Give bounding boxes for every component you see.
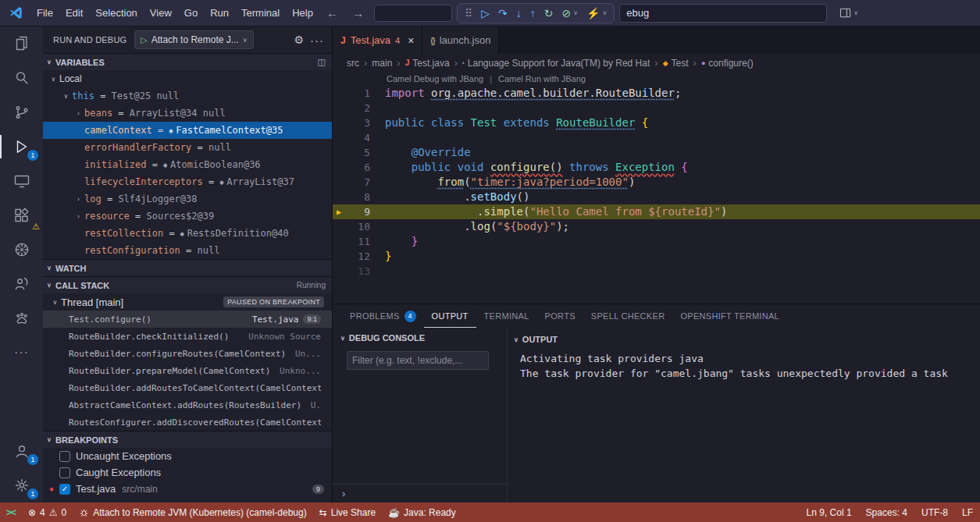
variable-row[interactable]: ∨this = Test@25 null <box>43 87 332 105</box>
step-out-button[interactable]: ↑ <box>530 8 536 19</box>
lazy-eval-icon[interactable]: ◉ <box>219 179 223 186</box>
output-header[interactable]: ∨ OUTPUT <box>508 329 980 350</box>
stack-frame-row[interactable]: Test.configure()Test.java9:1 <box>43 311 332 328</box>
variable-row[interactable]: ›beans = ArrayList@34 null <box>43 105 332 122</box>
code-line[interactable]: 4 <box>333 130 980 145</box>
stack-frame-row[interactable]: RouteBuilder.checkInitialized()Unknown S… <box>43 328 332 345</box>
breakpoint-checkbox[interactable] <box>59 451 70 462</box>
variable-row[interactable]: ∨Local <box>43 70 332 87</box>
breadcrumb-item[interactable]: ●configure() <box>701 58 754 69</box>
activity-run-debug[interactable]: 1 <box>0 130 43 164</box>
activity-search[interactable] <box>0 61 43 95</box>
line-number[interactable]: 10 <box>345 219 370 234</box>
breadcrumb-item[interactable]: src <box>347 58 359 69</box>
close-tab-icon[interactable]: × <box>408 34 414 47</box>
panel-tab-problems[interactable]: PROBLEMS4 <box>342 304 424 328</box>
thread-row[interactable]: ∨ Thread [main] PAUSED ON BREAKPOINT <box>43 293 332 311</box>
variable-row[interactable]: restConfiguration = null <box>43 242 332 259</box>
code-line[interactable]: 5 @Override <box>333 145 980 160</box>
panel-tab-output[interactable]: OUTPUT <box>424 304 476 328</box>
problems-status[interactable]: ⊗ 4 ⚠ 0 <box>22 502 73 522</box>
lazy-eval-icon[interactable]: ◉ <box>180 230 184 237</box>
step-into-button[interactable]: ↓ <box>516 8 522 19</box>
activity-extensions[interactable]: ⚠ <box>0 198 43 233</box>
line-number[interactable]: 6 <box>345 160 370 175</box>
restart-button[interactable]: ↻ <box>544 8 554 19</box>
forward-button[interactable]: → <box>345 6 371 20</box>
eol[interactable]: LF <box>955 502 980 522</box>
codelens-camel-debug-link[interactable]: Camel Debug with JBang <box>387 72 483 86</box>
hot-code-replace-button[interactable]: ⚡ <box>586 8 600 19</box>
back-button[interactable]: ← <box>319 6 345 20</box>
java-status[interactable]: ☕ Java: Ready <box>382 502 462 522</box>
remote-indicator[interactable]: >< <box>0 502 22 522</box>
line-number[interactable]: 7 <box>345 175 370 190</box>
disconnect-dropdown-icon[interactable]: ∨ <box>573 9 578 16</box>
panel-tab-openshift-terminal[interactable]: OPENSHIFT TERMINAL <box>672 304 787 328</box>
breakpoint-checkbox[interactable]: ✓ <box>59 484 70 495</box>
debug-console-filter-input[interactable] <box>347 351 489 370</box>
code-line[interactable]: 8 .setBody() <box>333 190 980 204</box>
menu-go[interactable]: Go <box>178 0 204 26</box>
variables-section-header[interactable]: ∨ VARIABLES ◫ <box>43 53 332 70</box>
activity-more[interactable]: ··· <box>0 336 43 370</box>
twisty-icon[interactable]: ∨ <box>60 93 72 100</box>
activity-accounts[interactable]: 1 <box>0 434 43 468</box>
codelens-camel-run-link[interactable]: Camel Run with JBang <box>498 72 586 86</box>
variable-row[interactable]: camelContext = ◉FastCamelContext@35 <box>43 122 332 139</box>
code-line[interactable]: 2 <box>333 101 980 115</box>
code-line[interactable]: 12} <box>333 249 980 264</box>
watch-section-header[interactable]: ∨ WATCH <box>43 259 332 276</box>
lazy-eval-icon[interactable]: ◉ <box>163 162 167 169</box>
twisty-icon[interactable]: › <box>73 196 84 203</box>
variable-row[interactable]: ›log = Slf4jLogger@38 <box>43 190 332 208</box>
breadcrumb-item[interactable]: ◆Test <box>663 58 689 69</box>
disconnect-button[interactable]: ⊘ <box>561 8 571 19</box>
activity-settings[interactable]: 1 <box>0 468 43 502</box>
activity-camel[interactable] <box>0 301 43 336</box>
variable-row[interactable]: restCollection = ◉RestsDefinition@40 <box>43 225 332 242</box>
code-editor[interactable]: Camel Debug with JBang | Camel Run with … <box>333 72 980 304</box>
menu-edit[interactable]: Edit <box>59 0 89 26</box>
activity-live-share[interactable] <box>0 267 43 301</box>
line-number[interactable]: 11 <box>345 234 370 249</box>
continue-button[interactable]: ▷ <box>481 8 490 19</box>
variable-row[interactable]: initialized = ◉AtomicBoolean@36 <box>43 156 332 173</box>
debug-console-prompt[interactable]: › <box>333 484 507 502</box>
menu-selection[interactable]: Selection <box>89 0 143 26</box>
call-stack-section-header[interactable]: ∨ CALL STACK Running <box>43 276 332 293</box>
hot-code-replace-dropdown-icon[interactable]: ∨ <box>602 9 607 16</box>
line-number[interactable]: 5 <box>345 145 370 160</box>
editor-tab[interactable]: {}launch.json <box>422 27 499 54</box>
menu-run[interactable]: Run <box>204 0 235 26</box>
indentation[interactable]: Spaces: 4 <box>859 502 914 522</box>
menu-terminal[interactable]: Terminal <box>235 0 286 26</box>
menu-file[interactable]: File <box>30 0 59 26</box>
line-number[interactable]: 13 <box>345 264 370 279</box>
breadcrumb-item[interactable]: main <box>372 58 392 69</box>
activity-explorer[interactable] <box>0 27 43 61</box>
stack-frame-row[interactable]: RouteBuilder.addRoutesToCamelContext(Cam… <box>43 379 332 396</box>
layout-toggle-button[interactable]: ∨ <box>839 7 858 19</box>
code-line[interactable]: 13 <box>333 264 980 279</box>
menu-help[interactable]: Help <box>286 0 319 26</box>
line-number[interactable]: 1 <box>345 86 370 101</box>
step-over-button[interactable]: ↷ <box>498 8 508 19</box>
stack-frame-row[interactable]: RoutesConfigurer.addDiscoveredRoutes(Cam… <box>43 414 332 431</box>
breakpoint-row[interactable]: ●✓Test.javasrc/main9 <box>43 481 332 497</box>
code-line[interactable]: ▶9 .simple("Hello Camel from ${routeId}"… <box>333 204 980 219</box>
lazy-eval-icon[interactable]: ◉ <box>169 127 173 134</box>
stack-frame-row[interactable]: AbstractCamelContext.addRoutes(RoutesBui… <box>43 396 332 414</box>
menu-view[interactable]: View <box>144 0 178 26</box>
line-number[interactable]: 3 <box>345 115 370 130</box>
panel-tab-ports[interactable]: PORTS <box>537 304 583 328</box>
line-number[interactable]: 8 <box>345 190 370 204</box>
activity-kubernetes[interactable] <box>0 233 43 267</box>
line-number[interactable]: 9 <box>345 204 370 219</box>
activity-source-control[interactable] <box>0 95 43 130</box>
encoding[interactable]: UTF-8 <box>914 502 955 522</box>
launch-config-select[interactable]: ▷ Attach to Remote J... ∨ <box>134 30 253 49</box>
editor-tab[interactable]: JTest.java4× <box>333 27 422 54</box>
debug-session-status[interactable]: Attach to Remote JVM (Kubernetes) (camel… <box>73 502 312 522</box>
line-number[interactable]: 12 <box>345 249 370 264</box>
